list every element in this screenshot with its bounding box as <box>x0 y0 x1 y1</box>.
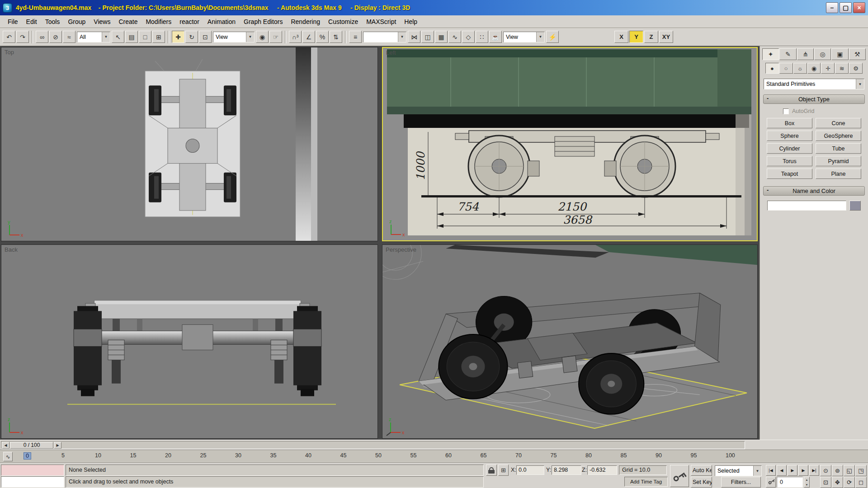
subcategory-dropdown[interactable]: Standard Primitives ▼ <box>764 79 864 89</box>
viewport-top[interactable]: Top y x <box>1 47 378 241</box>
frame-tick[interactable]: 25 <box>200 452 206 460</box>
material-editor-button[interactable]: ∷ <box>476 31 488 43</box>
time-slider-track[interactable]: ◀ 0 / 100 ▶ <box>1 441 745 449</box>
menu-create[interactable]: Create <box>114 16 142 27</box>
time-slider-handle[interactable]: 0 / 100 <box>10 442 53 449</box>
category-shapes[interactable]: ○ <box>779 63 793 74</box>
frame-tick[interactable]: 20 <box>165 452 171 460</box>
render-type-dropdown[interactable]: View ▼ <box>503 32 545 42</box>
menu-reactor[interactable]: reactor <box>175 16 203 27</box>
teapot-button[interactable]: Teapot <box>767 169 812 179</box>
viewport-label-back[interactable]: Back <box>5 246 18 253</box>
frame-tick[interactable]: 40 <box>305 452 311 460</box>
chevron-down-icon[interactable]: ▼ <box>102 32 110 42</box>
frame-tick[interactable]: 65 <box>480 452 486 460</box>
edit-named-selection-sets-button[interactable]: ≡ <box>349 31 362 43</box>
category-cameras[interactable]: ◉ <box>807 63 821 74</box>
named-selection-sets-dropdown[interactable]: ▼ <box>363 32 406 42</box>
use-pivot-point-center-button[interactable]: ◉ <box>256 31 269 43</box>
selection-lock-toggle[interactable] <box>486 465 497 476</box>
x-coordinate-field[interactable]: 0.0 <box>516 465 544 475</box>
object-type-rollout-header[interactable]: - Object Type <box>763 94 865 104</box>
frame-tick[interactable]: 100 <box>726 452 735 460</box>
selection-filter-dropdown[interactable]: All ▼ <box>77 32 110 42</box>
reference-coordinate-system-dropdown[interactable]: View ▼ <box>213 32 255 42</box>
frame-tick[interactable]: 60 <box>445 452 452 460</box>
titlebar[interactable]: 3 4yd-Umbauwagen04.max - Project Folder:… <box>0 0 868 15</box>
select-and-link-button[interactable]: ∞ <box>36 31 48 43</box>
sphere-button[interactable]: Sphere <box>767 131 812 141</box>
rectangular-selection-region-button[interactable]: □ <box>139 31 151 43</box>
frame-tick[interactable]: 70 <box>515 452 522 460</box>
menu-views[interactable]: Views <box>90 16 114 27</box>
key-mode-toggle-button[interactable] <box>766 477 776 488</box>
menu-maxscript[interactable]: MAXScript <box>362 16 400 27</box>
menu-help[interactable]: Help <box>400 16 421 27</box>
cone-button[interactable]: Cone <box>816 118 861 128</box>
viewport-label-left[interactable]: Left <box>386 49 396 56</box>
zoom-extents-button[interactable]: ◱ <box>844 465 855 476</box>
track-bar[interactable]: ∿ 05101520253035404550556065707580859095… <box>0 450 868 463</box>
frame-tick[interactable]: 55 <box>410 452 416 460</box>
restrict-to-x-button[interactable]: X <box>614 31 628 43</box>
min-max-toggle-button[interactable]: ◻ <box>855 477 867 488</box>
tab-create[interactable]: ✦ <box>762 48 779 60</box>
restrict-to-z-button[interactable]: Z <box>644 31 658 43</box>
schematic-view-button[interactable]: ◇ <box>462 31 475 43</box>
frame-tick[interactable]: 50 <box>375 452 382 460</box>
tab-motion[interactable]: ◎ <box>814 48 831 60</box>
geosphere-button[interactable]: GeoSphere <box>816 131 861 141</box>
menu-animation[interactable]: Animation <box>203 16 240 27</box>
frame-tick[interactable]: 10 <box>95 452 101 460</box>
category-space-warps[interactable]: ≋ <box>835 63 849 74</box>
z-coordinate-field[interactable]: -0.632 <box>587 465 617 475</box>
menu-group[interactable]: Group <box>64 16 90 27</box>
object-color-swatch[interactable] <box>849 201 861 211</box>
tab-utilities[interactable]: ⚒ <box>849 48 866 60</box>
align-button[interactable]: ◫ <box>421 31 434 43</box>
tab-modify[interactable]: ✎ <box>779 48 796 60</box>
arc-rotate-button[interactable]: ⟳ <box>844 477 855 488</box>
plane-button[interactable]: Plane <box>816 169 861 179</box>
maxscript-macro-recorder-field[interactable] <box>1 465 64 476</box>
select-and-scale-button[interactable]: ⊡ <box>199 31 212 43</box>
curve-editor-button[interactable]: ∿ <box>448 31 461 43</box>
next-frame-button[interactable]: ▶ <box>798 465 808 476</box>
open-mini-curve-editor-button[interactable]: ∿ <box>3 452 13 461</box>
viewport-back[interactable]: Back z x <box>1 244 378 439</box>
zoom-extents-all-button[interactable]: ◳ <box>855 465 867 476</box>
undo-button[interactable]: ↶ <box>3 31 15 43</box>
zoom-all-button[interactable]: ⊚ <box>832 465 843 476</box>
category-helpers[interactable]: ✛ <box>821 63 835 74</box>
cylinder-button[interactable]: Cylinder <box>767 143 812 154</box>
restrict-to-xy-plane-button[interactable]: XY <box>659 31 673 43</box>
menu-file[interactable]: File <box>4 16 22 27</box>
frame-tick[interactable]: 45 <box>340 452 346 460</box>
unlink-selection-button[interactable]: ⊘ <box>49 31 62 43</box>
select-object-button[interactable]: ↖ <box>112 31 124 43</box>
maximize-button[interactable]: ▢ <box>840 2 852 13</box>
app-icon[interactable]: 3 <box>3 3 12 13</box>
redo-button[interactable]: ↷ <box>16 31 29 43</box>
previous-frame-button[interactable]: ◀ <box>777 465 787 476</box>
menu-graph-editors[interactable]: Graph Editors <box>240 16 287 27</box>
chevron-down-icon[interactable]: ▼ <box>753 466 761 476</box>
go-to-end-button[interactable]: ▶| <box>809 465 819 476</box>
window-crossing-button[interactable]: ⊞ <box>152 31 165 43</box>
time-slider-next-arrow[interactable]: ▶ <box>54 442 61 449</box>
bind-to-space-warp-button[interactable]: ≈ <box>63 31 75 43</box>
percent-snap-button[interactable]: % <box>316 31 329 43</box>
restrict-to-y-button[interactable]: Y <box>629 31 643 43</box>
auto-key-button[interactable]: Auto Key <box>691 465 712 476</box>
viewport-perspective[interactable]: Perspective z x <box>382 244 758 439</box>
viewport-label-top[interactable]: Top <box>5 49 14 56</box>
tube-button[interactable]: Tube <box>816 143 861 154</box>
key-filter-mode-dropdown[interactable]: Selected ▼ <box>715 465 762 476</box>
pyramid-button[interactable]: Pyramid <box>816 156 861 166</box>
select-and-move-button[interactable]: ✚ <box>172 31 184 43</box>
maxscript-mini-listener-field[interactable] <box>1 476 64 488</box>
menu-edit[interactable]: Edit <box>22 16 41 27</box>
category-systems[interactable]: ⚙ <box>849 63 863 74</box>
zoom-button[interactable]: ⊙ <box>820 465 831 476</box>
menu-customize[interactable]: Customize <box>324 16 362 27</box>
